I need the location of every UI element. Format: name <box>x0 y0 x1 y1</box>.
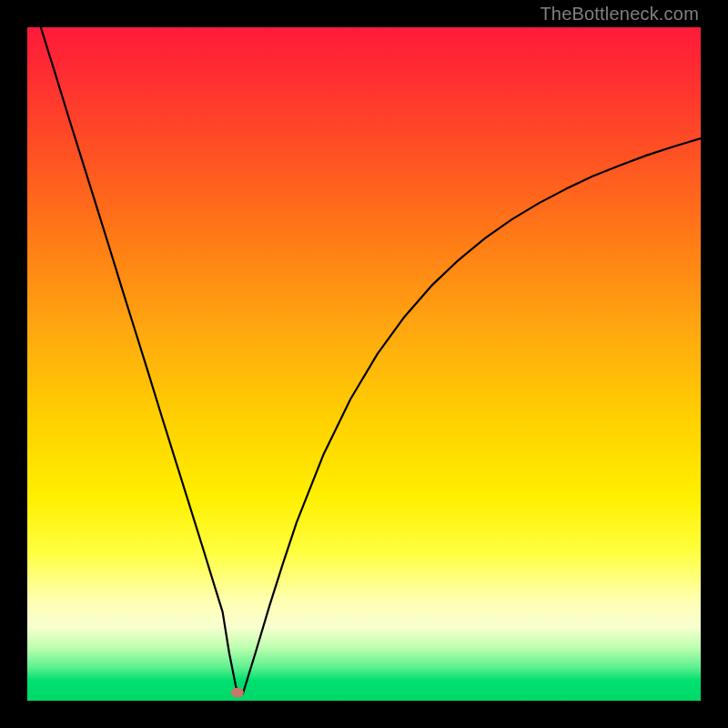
watermark-text: TheBottleneck.com <box>540 4 699 25</box>
chart-frame <box>0 0 728 728</box>
